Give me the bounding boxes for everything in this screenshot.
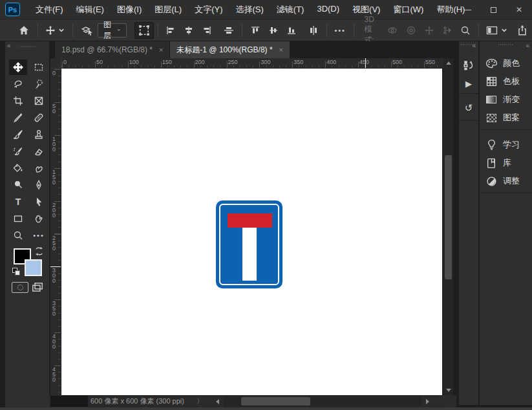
patterns-panel-button[interactable]: 图案 xyxy=(480,109,532,127)
color-panel-button[interactable]: 颜色 xyxy=(480,54,532,72)
learn-panel-button[interactable]: 学习 xyxy=(480,136,532,154)
menu-image[interactable]: 图像(I) xyxy=(111,1,148,18)
collapse-tools-icon[interactable]: « xyxy=(7,42,11,49)
panel-grip[interactable] xyxy=(498,44,514,45)
swap-colors-button[interactable] xyxy=(34,246,44,256)
close-tab-icon[interactable]: × xyxy=(159,46,163,54)
close-tab-icon[interactable]: × xyxy=(279,46,283,54)
adjustments-panel-button[interactable]: 调整 xyxy=(480,172,532,190)
auto-select-toggle[interactable] xyxy=(77,22,98,39)
menu-select[interactable]: 选择(S) xyxy=(229,1,270,18)
scroll-up-icon[interactable] xyxy=(446,61,451,65)
edit-toolbar-button[interactable]: ••• xyxy=(30,228,48,243)
move-tool-preset-button[interactable] xyxy=(41,22,69,39)
3d-pan-button[interactable] xyxy=(420,22,438,39)
align-bottom-button[interactable] xyxy=(282,22,301,39)
vertical-scrollbar[interactable] xyxy=(443,58,453,395)
menu-layer[interactable]: 图层(L) xyxy=(148,1,188,18)
rectangular-marquee-tool[interactable] xyxy=(30,59,48,75)
zoom-tool[interactable] xyxy=(9,228,27,243)
quick-selection-tool[interactable] xyxy=(30,76,48,92)
minimize-button[interactable]: — xyxy=(454,0,480,19)
history-brush-tool[interactable] xyxy=(9,144,27,159)
gradient-tool[interactable] xyxy=(9,160,27,176)
menu-type[interactable]: 文字(Y) xyxy=(188,1,229,18)
pen-tool[interactable] xyxy=(30,177,48,193)
home-button[interactable] xyxy=(14,22,34,39)
menu-edit[interactable]: 编辑(E) xyxy=(70,1,111,18)
3d-slide-button[interactable] xyxy=(438,22,456,39)
swatches-panel-button[interactable]: 色板 xyxy=(480,72,532,91)
status-expand-chevron[interactable]: 〉 xyxy=(197,395,204,407)
3d-roll-button[interactable] xyxy=(402,22,420,39)
dodge-tool[interactable] xyxy=(9,177,27,193)
history-panel-button[interactable] xyxy=(459,57,478,74)
type-tool[interactable]: T xyxy=(9,194,27,210)
quick-mask-button[interactable] xyxy=(12,282,28,293)
move-tool[interactable] xyxy=(9,59,27,75)
half-circle-icon xyxy=(486,176,497,187)
menu-filter[interactable]: 滤镜(T) xyxy=(270,1,311,18)
align-top-button[interactable] xyxy=(246,22,264,39)
move-icon xyxy=(13,62,23,72)
more-align-options-button[interactable]: ••• xyxy=(330,22,350,39)
brush-tool[interactable] xyxy=(9,127,27,142)
clone-stamp-tool[interactable] xyxy=(30,127,48,142)
path-selection-tool[interactable] xyxy=(30,194,48,210)
spot-healing-brush-tool[interactable] xyxy=(30,110,48,125)
palette-icon xyxy=(485,58,498,69)
align-middle-button[interactable] xyxy=(264,22,282,39)
align-left-button[interactable] xyxy=(162,22,180,39)
ruler-horizontal[interactable]: 050100150200250300350400450500550 xyxy=(61,58,443,69)
show-transform-controls-toggle[interactable] xyxy=(134,22,154,39)
maximize-button[interactable] xyxy=(480,0,506,19)
rectangle-tool[interactable] xyxy=(9,211,27,226)
scroll-down-icon[interactable] xyxy=(446,389,451,392)
distribute-horizontal-centers-button[interactable] xyxy=(304,22,323,39)
menu-window[interactable]: 窗口(W) xyxy=(387,1,430,18)
gradients-panel-button[interactable]: 渐变 xyxy=(480,91,532,109)
ruler-vertical[interactable]: 05 01 0 01 5 02 0 02 5 03 0 03 5 04 0 04… xyxy=(50,69,61,395)
share-button[interactable] xyxy=(513,22,532,39)
type-icon: T xyxy=(16,197,21,207)
libraries-panel-button[interactable]: 库 xyxy=(480,154,532,172)
tab-18psd[interactable]: 18.psd @ 66.7%(RGB/8) * × xyxy=(55,41,170,58)
align-right-button[interactable] xyxy=(198,22,216,39)
actions-panel-button[interactable]: ▶ xyxy=(459,75,478,92)
3d-zoom-button[interactable] xyxy=(456,22,474,39)
scroll-left-icon[interactable] xyxy=(216,399,219,404)
lasso-tool[interactable] xyxy=(9,76,27,92)
smudge-tool[interactable] xyxy=(30,160,48,176)
3d-orbit-button[interactable] xyxy=(383,22,402,39)
distribute-vertical-centers-button[interactable] xyxy=(220,22,238,39)
menu-file[interactable]: 文件(F) xyxy=(29,1,70,18)
screen-mode-button[interactable] xyxy=(31,281,44,293)
horizontal-scroll-thumb[interactable] xyxy=(241,397,310,405)
vertical-scroll-thumb[interactable] xyxy=(445,155,452,279)
default-colors-button[interactable] xyxy=(12,268,21,275)
collapse-panels-icon[interactable]: « xyxy=(526,42,529,49)
eraser-tool[interactable] xyxy=(30,144,48,159)
tab-untitled-1[interactable]: 未标题-1 @ 100%(RGB/8) * × xyxy=(170,41,290,58)
hand-tool[interactable] xyxy=(30,211,48,226)
align-center-horizontal-button[interactable] xyxy=(180,22,198,39)
scroll-right-icon[interactable] xyxy=(426,399,429,404)
ruler-corner[interactable] xyxy=(50,58,61,69)
swap-arrows-icon xyxy=(34,246,44,256)
snapshot-history-button[interactable]: ↺ xyxy=(459,100,478,116)
zoom-level-field[interactable] xyxy=(50,396,88,407)
horizontal-scroll-track[interactable] xyxy=(224,396,421,407)
canvas-page[interactable] xyxy=(61,69,442,395)
workspace-selector[interactable] xyxy=(482,22,511,39)
background-color-swatch[interactable] xyxy=(25,259,42,276)
close-button[interactable]: ✕ xyxy=(506,0,532,19)
collapse-panels-icon[interactable]: « xyxy=(472,42,476,49)
menu-3d[interactable]: 3D(D) xyxy=(310,1,346,18)
photoshop-logo-icon[interactable]: Ps xyxy=(5,3,20,16)
eyedropper-tool[interactable] xyxy=(9,110,27,125)
crop-tool[interactable] xyxy=(9,93,27,109)
horizontal-scrollbar[interactable] xyxy=(216,396,429,407)
auto-select-target-dropdown[interactable]: 图层 xyxy=(98,23,127,38)
tools-panel-grip[interactable] xyxy=(19,46,36,47)
frame-tool[interactable] xyxy=(30,93,48,109)
